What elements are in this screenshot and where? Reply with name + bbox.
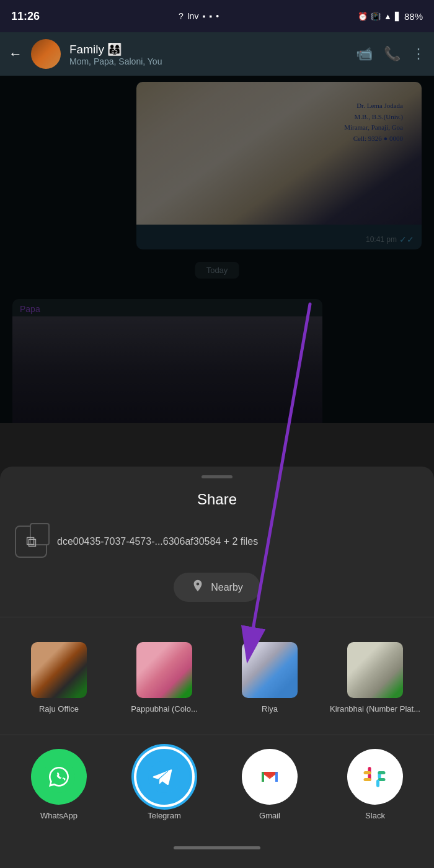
raju-avatar: [31, 642, 87, 698]
whatsapp-label: WhatsApp: [40, 811, 78, 820]
nearby-icon: [191, 579, 205, 596]
file-name: dce00435-7037-4573-...6306af30584 + 2 fi…: [57, 536, 258, 547]
kiranbhai-name: Kiranbhai (Number Plat...: [330, 704, 420, 715]
pappu-name: Pappubhai (Colo...: [131, 704, 198, 715]
header-info: Family 👨‍👩‍👧 Mom, Papa, Saloni, You: [69, 42, 347, 66]
slack-label: Slack: [365, 811, 385, 820]
app-gmail[interactable]: Gmail: [217, 741, 322, 828]
contacts-grid: Raju Office Pappubhai (Colo... Riya Kira…: [0, 635, 434, 722]
app-slack[interactable]: Slack: [322, 741, 428, 828]
telegram-icon: [136, 749, 192, 805]
chat-subtitle: Mom, Papa, Saloni, You: [69, 56, 347, 66]
contact-riya[interactable]: Riya: [217, 635, 322, 722]
pappu-avatar: [136, 642, 192, 698]
share-sheet: Share ⧉ dce00435-7037-4573-...6306af3058…: [0, 467, 434, 868]
back-button[interactable]: ←: [9, 46, 22, 62]
home-bar: [0, 840, 434, 849]
header-actions: 📹 📞 ⋮: [356, 46, 425, 62]
telegram-label: Telegram: [148, 811, 180, 820]
gmail-label: Gmail: [259, 811, 280, 820]
call-button[interactable]: 📞: [384, 46, 401, 62]
divider2: [0, 735, 434, 735]
video-call-button[interactable]: 📹: [356, 46, 373, 62]
vibrate-icon: 📳: [371, 12, 381, 21]
status-bar: 11:26 ? Inv ▪ ▪ • ⏰ 📳 ▲ ▋ 88%: [0, 0, 434, 32]
chat-header: ← Family 👨‍👩‍👧 Mom, Papa, Saloni, You 📹 …: [0, 32, 434, 76]
nearby-label: Nearby: [211, 582, 243, 593]
raju-name: Raju Office: [39, 704, 79, 715]
status-time: 11:26: [11, 10, 40, 23]
nearby-button[interactable]: Nearby: [174, 573, 260, 602]
kiranbhai-avatar: [347, 642, 403, 698]
chat-title: Family 👨‍👩‍👧: [69, 42, 347, 56]
question-icon: ?: [179, 11, 184, 21]
signal-icon: ▋: [395, 12, 401, 21]
inv-icon: Inv: [187, 11, 199, 21]
share-title: Share: [0, 491, 434, 508]
contact-raju[interactable]: Raju Office: [6, 635, 112, 722]
app-whatsapp[interactable]: WhatsApp: [6, 741, 112, 828]
riya-avatar: [242, 642, 298, 698]
status-right: ⏰ 📳 ▲ ▋ 88%: [358, 11, 423, 22]
riya-name: Riya: [262, 704, 278, 715]
nearby-row: Nearby: [0, 573, 434, 617]
wifi-icon: ▲: [384, 12, 392, 21]
status-icons: ? Inv ▪ ▪ •: [179, 11, 219, 21]
sim-icon2: ▪: [209, 11, 212, 21]
sheet-handle: [202, 475, 232, 478]
chat-background: Dr. Lema Jodada M.B., B.S.(Univ.) Mirama…: [0, 76, 434, 423]
alarm-icon: ⏰: [358, 12, 368, 21]
dot-icon: •: [216, 11, 219, 21]
battery-percentage: 88%: [404, 11, 423, 22]
file-row: ⧉ dce00435-7037-4573-...6306af30584 + 2 …: [0, 526, 434, 573]
group-avatar: [31, 39, 61, 69]
contact-pappu[interactable]: Pappubhai (Colo...: [112, 635, 217, 722]
divider1: [0, 617, 434, 617]
svg-point-5: [359, 761, 391, 793]
app-telegram[interactable]: Telegram: [112, 741, 217, 828]
whatsapp-icon: [31, 749, 87, 805]
apps-grid: WhatsApp Telegram: [0, 741, 434, 828]
contact-kiranbhai[interactable]: Kiranbhai (Number Plat...: [322, 635, 428, 722]
sim-icon1: ▪: [202, 11, 205, 21]
copy-icon[interactable]: ⧉: [15, 526, 47, 558]
menu-button[interactable]: ⋮: [412, 46, 425, 62]
slack-icon: [347, 749, 403, 805]
gmail-icon: [242, 749, 298, 805]
bg-overlay: [0, 76, 434, 423]
home-indicator: [174, 846, 260, 849]
